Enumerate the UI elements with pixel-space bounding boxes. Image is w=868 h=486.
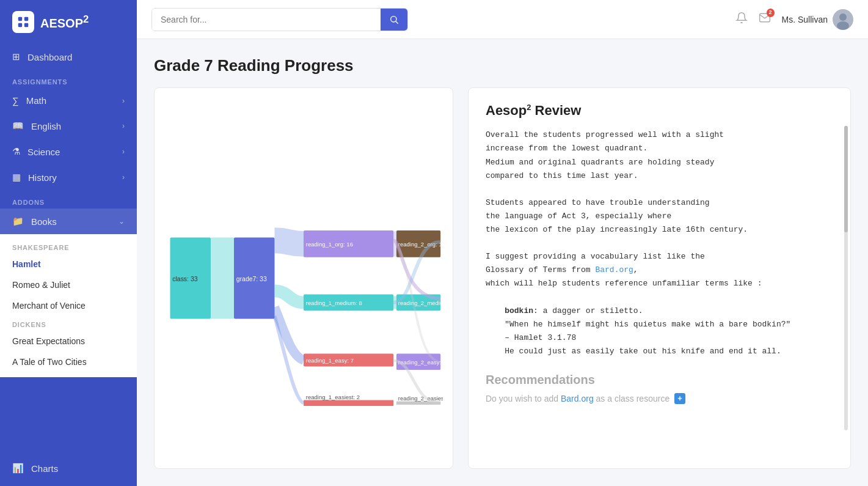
header-icons: 2 Ms. Sullivan <box>735 9 853 30</box>
svg-text:reading_1_easy: 7: reading_1_easy: 7 <box>306 357 354 364</box>
sidebar-item-science[interactable]: ⚗ Science › <box>0 139 137 164</box>
svg-text:reading_1_org: 16: reading_1_org: 16 <box>306 241 353 248</box>
flask-icon: ⚗ <box>12 146 20 157</box>
app-superscript: 2 <box>83 13 89 25</box>
logo-icon <box>12 11 34 33</box>
recommendations-suffix: as a class resource <box>596 393 670 403</box>
sidebar-label-english: English <box>31 121 61 131</box>
notification-button[interactable] <box>735 12 748 27</box>
bard-link-1[interactable]: Bard.org <box>595 265 633 274</box>
chevron-right-icon: › <box>122 173 125 182</box>
header: 2 Ms. Sullivan <box>137 0 868 39</box>
sankey-diagram: class: 33 grade7: 33 reading_1_org: 16 r… <box>164 98 443 458</box>
page-title: Grade 7 Reading Progress <box>154 56 851 75</box>
svg-text:grade7: 33: grade7: 33 <box>236 276 267 282</box>
scrollbar-thumb[interactable] <box>844 126 848 232</box>
content-row: class: 33 grade7: 33 reading_1_org: 16 r… <box>154 87 851 469</box>
svg-point-7 <box>839 13 847 21</box>
user-info[interactable]: Ms. Sullivan <box>782 9 853 30</box>
svg-text:reading_1_medium: 8: reading_1_medium: 8 <box>306 300 362 306</box>
search-button[interactable] <box>381 9 407 31</box>
messages-button[interactable]: 2 <box>759 12 771 27</box>
books-item-tale-two-cities[interactable]: A Tale of Two Cities <box>0 352 137 372</box>
shakespeare-category-label: SHAKESPEARE <box>0 239 137 254</box>
recommendations-prefix: Do you wish to add <box>486 393 558 403</box>
svg-text:reading_1_easiest: 2: reading_1_easiest: 2 <box>306 394 360 400</box>
review-body: Overall the students progressed well wit… <box>486 128 833 358</box>
recommendations-text: Do you wish to add Bard.org as a class r… <box>486 393 833 404</box>
sidebar-item-charts[interactable]: 📊 Charts <box>0 455 137 481</box>
grid-icon: ⊞ <box>12 51 20 62</box>
bard-link-2[interactable]: Bard.org <box>561 393 594 403</box>
svg-text:class: 33: class: 33 <box>172 276 197 282</box>
sidebar: AESOP2 ⊞ Dashboard ASSIGNMENTS ∑ Math › … <box>0 0 137 486</box>
sidebar-label-books: Books <box>31 216 57 227</box>
search-bar <box>151 8 408 31</box>
books-dropdown: SHAKESPEARE Hamlet Romeo & Juliet Mercha… <box>0 234 137 377</box>
review-title: Aesop2 Review <box>486 103 833 119</box>
review-panel: Aesop2 Review Overall the students progr… <box>468 87 851 469</box>
scrollbar-track <box>844 126 848 430</box>
chevron-down-icon: ⌄ <box>119 217 125 226</box>
app-logo[interactable]: AESOP2 <box>0 0 137 44</box>
columns-icon: ▦ <box>12 172 21 183</box>
sigma-icon: ∑ <box>12 95 19 106</box>
svg-point-4 <box>391 16 396 21</box>
svg-text:reading_2_easiest: 1: reading_2_easiest: 1 <box>398 395 443 402</box>
sidebar-item-books[interactable]: 📁 Books ⌄ <box>0 208 137 234</box>
books-item-romeo-juliet[interactable]: Romeo & Juliet <box>0 274 137 295</box>
svg-point-8 <box>837 21 849 30</box>
recommendations-title: Recommendations <box>486 373 833 387</box>
sidebar-item-dashboard[interactable]: ⊞ Dashboard <box>0 44 137 70</box>
chevron-right-icon: › <box>122 147 125 156</box>
user-name: Ms. Sullivan <box>782 15 828 24</box>
sidebar-label-science: Science <box>27 147 60 157</box>
svg-text:reading_2_medium: 8: reading_2_medium: 8 <box>398 300 443 306</box>
books-item-hamlet[interactable]: Hamlet <box>0 254 137 274</box>
svg-rect-25 <box>304 400 393 407</box>
svg-rect-0 <box>18 17 22 21</box>
sidebar-label-math: Math <box>26 95 46 106</box>
sidebar-label-history: History <box>28 172 57 183</box>
sidebar-label-dashboard: Dashboard <box>27 52 72 62</box>
dickens-category-label: DICKENS <box>0 316 137 331</box>
books-item-merchant-venice[interactable]: Merchant of Venice <box>0 295 137 316</box>
svg-rect-3 <box>24 23 28 27</box>
sidebar-item-english[interactable]: 📖 English › <box>0 113 137 139</box>
add-resource-button[interactable]: + <box>674 393 685 404</box>
books-item-great-expectations[interactable]: Great Expectations <box>0 331 137 352</box>
sidebar-label-charts: Charts <box>31 463 58 474</box>
book-icon: 📖 <box>12 120 24 131</box>
folder-icon: 📁 <box>12 216 24 227</box>
chart-icon: 📊 <box>12 463 24 474</box>
search-input[interactable] <box>152 9 381 31</box>
content-area: Grade 7 Reading Progress class: 33 grade… <box>137 39 868 486</box>
messages-badge: 2 <box>767 9 775 17</box>
svg-line-5 <box>396 21 398 24</box>
avatar <box>833 9 853 30</box>
sankey-panel: class: 33 grade7: 33 reading_1_org: 16 r… <box>154 87 453 469</box>
assignments-section-label: ASSIGNMENTS <box>0 70 137 88</box>
svg-rect-1 <box>24 17 28 21</box>
chevron-right-icon: › <box>122 97 125 105</box>
sidebar-item-math[interactable]: ∑ Math › <box>0 88 137 113</box>
chevron-right-icon: › <box>122 122 125 130</box>
app-name: AESOP2 <box>40 13 89 31</box>
svg-rect-2 <box>18 23 22 27</box>
main-area: 2 Ms. Sullivan Grade 7 Reading Progress <box>137 0 868 486</box>
addons-section-label: ADDONS <box>0 190 137 208</box>
sidebar-item-history[interactable]: ▦ History › <box>0 164 137 190</box>
